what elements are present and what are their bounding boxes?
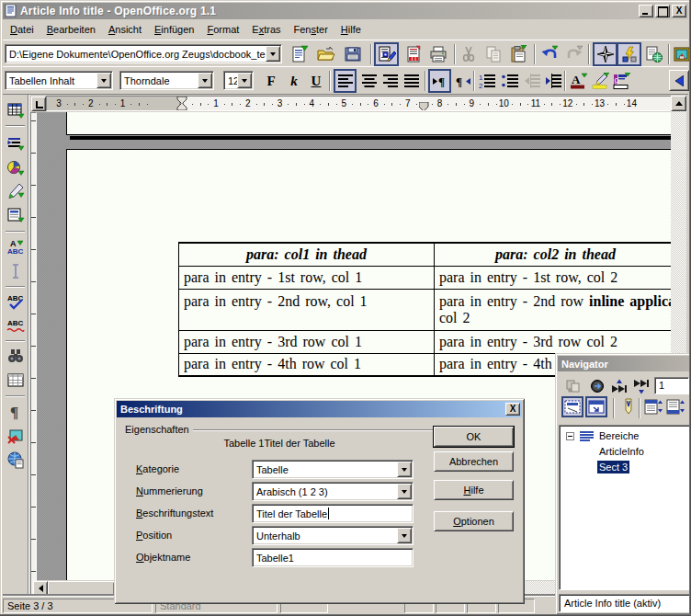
help-button[interactable]: Hilfe bbox=[434, 480, 514, 500]
rtl-paragraph-button[interactable]: ¶ bbox=[452, 70, 474, 92]
insert-button[interactable] bbox=[5, 99, 27, 121]
copy-button[interactable] bbox=[482, 43, 504, 65]
numbering-combobox[interactable]: Arabisch (1 2 3) bbox=[252, 482, 413, 501]
cut-button[interactable] bbox=[458, 43, 480, 65]
new-document-button[interactable] bbox=[289, 43, 311, 65]
horizontal-scroll-thumb[interactable] bbox=[48, 581, 115, 596]
form-functions-button[interactable] bbox=[5, 204, 27, 226]
category-dropdown-icon[interactable] bbox=[397, 462, 412, 477]
edit-autotext-button[interactable]: A ABC bbox=[5, 236, 27, 258]
close-button[interactable]: X bbox=[672, 5, 686, 17]
open-file-button[interactable] bbox=[315, 43, 337, 65]
font-name-dropdown-icon[interactable] bbox=[198, 73, 212, 88]
nonprinting-characters-button[interactable]: ¶ bbox=[5, 401, 27, 423]
header-button[interactable] bbox=[643, 396, 663, 416]
print-file-button[interactable] bbox=[427, 43, 449, 65]
navigator-title-bar[interactable]: Navigator bbox=[558, 356, 691, 371]
paragraph-style-combobox[interactable]: Tabellen Inhalt bbox=[5, 71, 113, 90]
table-header-col2[interactable]: para: col2 in thead bbox=[435, 243, 677, 266]
menu-format[interactable]: Format bbox=[200, 22, 245, 38]
menu-datei[interactable]: Datei bbox=[4, 22, 40, 38]
dialog-title-bar[interactable]: Beschriftung X bbox=[117, 401, 522, 417]
paragraph-background-button[interactable]: g bbox=[611, 70, 633, 92]
edit-file-button[interactable] bbox=[374, 42, 399, 66]
dialog-close-button[interactable]: X bbox=[505, 403, 520, 416]
align-right-button[interactable] bbox=[379, 70, 402, 92]
navigator-tree[interactable]: Bereiche ArticleInfo Sect 3 bbox=[559, 425, 691, 590]
cancel-button[interactable]: Abbrechen bbox=[434, 451, 514, 472]
menu-fenster[interactable]: Fenster bbox=[288, 22, 334, 38]
export-pdf-button[interactable] bbox=[402, 43, 425, 65]
bullets-button[interactable] bbox=[499, 70, 521, 92]
minimize-button[interactable] bbox=[639, 5, 653, 17]
table-cell[interactable]: para in entry - 1st row, col 1 bbox=[179, 266, 435, 289]
footer-button[interactable] bbox=[665, 396, 685, 416]
maximize-button[interactable] bbox=[655, 5, 670, 17]
decrease-indent-button[interactable] bbox=[521, 70, 543, 92]
online-layout-button[interactable] bbox=[5, 449, 27, 471]
indent-marker-hourglass[interactable] bbox=[176, 97, 187, 110]
ok-button[interactable]: OK bbox=[434, 427, 514, 447]
undo-button[interactable] bbox=[538, 43, 561, 65]
italic-button[interactable]: k bbox=[283, 70, 305, 92]
page-number-spinner[interactable]: 1 bbox=[654, 377, 689, 394]
find-replace-button[interactable] bbox=[5, 346, 27, 368]
increase-indent-button[interactable] bbox=[542, 70, 564, 92]
numbering-dropdown-icon[interactable] bbox=[397, 484, 412, 499]
menu-bearbeiten[interactable]: Bearbeiten bbox=[40, 22, 102, 38]
stylist-button[interactable] bbox=[617, 42, 641, 66]
paragraph-style-dropdown-icon[interactable] bbox=[96, 73, 111, 88]
gallery-button[interactable] bbox=[671, 43, 691, 65]
auto-spellcheck-button[interactable]: ABC bbox=[5, 314, 27, 337]
category-combobox[interactable]: Tabelle bbox=[252, 460, 413, 479]
vertical-ruler[interactable] bbox=[30, 112, 37, 596]
save-document-button[interactable] bbox=[342, 43, 364, 65]
graphics-toggle-button[interactable] bbox=[5, 425, 27, 447]
object-name-input[interactable]: Tabelle1 bbox=[252, 548, 413, 567]
menu-extras[interactable]: Extras bbox=[245, 22, 287, 38]
scroll-left-button[interactable] bbox=[33, 581, 48, 596]
right-indent-marker[interactable] bbox=[419, 102, 429, 111]
url-dropdown-icon[interactable] bbox=[266, 46, 280, 62]
navigator-button[interactable] bbox=[593, 42, 617, 66]
set-reminder-button[interactable] bbox=[618, 396, 639, 416]
justify-button[interactable] bbox=[401, 70, 423, 92]
table-cell[interactable]: para in entry - 3rd row col 2 bbox=[435, 330, 677, 353]
insert-fields-button[interactable] bbox=[5, 132, 27, 154]
tree-item-sect3[interactable]: Sect 3 bbox=[560, 461, 691, 476]
align-center-button[interactable] bbox=[358, 70, 380, 92]
previous-object-button[interactable] bbox=[609, 376, 629, 396]
menu-einfuegen[interactable]: Einfügen bbox=[148, 22, 200, 38]
table-cell[interactable]: para in entry - 4th row col 1 bbox=[179, 353, 435, 376]
redo-button[interactable] bbox=[563, 43, 585, 65]
toolbar-scroll-left-button[interactable] bbox=[669, 70, 689, 91]
navigation-button[interactable] bbox=[587, 376, 607, 396]
switch-content-view-button[interactable] bbox=[585, 396, 607, 417]
position-dropdown-icon[interactable] bbox=[397, 528, 412, 543]
hyperlink-internet-button[interactable] bbox=[643, 43, 665, 65]
highlighting-button[interactable] bbox=[590, 70, 612, 92]
navigator-documents-list[interactable]: Article Info title (aktiv) bbox=[559, 594, 691, 612]
drag-mode-button[interactable] bbox=[561, 396, 583, 417]
align-left-button[interactable] bbox=[334, 69, 357, 93]
tree-expander-minus[interactable] bbox=[566, 432, 574, 440]
table-header-col1[interactable]: para: col1 in thead bbox=[179, 243, 435, 266]
navigator-toggle-button[interactable] bbox=[563, 376, 583, 396]
table-cell[interactable]: para in entry - 3rd row col 1 bbox=[179, 330, 435, 353]
tree-item-bereiche[interactable]: Bereiche bbox=[560, 429, 691, 445]
options-button[interactable]: Optionen bbox=[434, 511, 514, 531]
scroll-up-button[interactable] bbox=[671, 96, 686, 111]
bold-button[interactable]: F bbox=[260, 70, 282, 92]
menu-ansicht[interactable]: Ansicht bbox=[102, 22, 148, 38]
font-size-dropdown-icon[interactable] bbox=[237, 73, 252, 88]
font-color-button[interactable]: A bbox=[568, 70, 590, 92]
font-size-combobox[interactable]: 12 bbox=[223, 71, 254, 90]
caption-text-input[interactable]: Titel der Tabelle bbox=[252, 504, 413, 523]
ltr-paragraph-button[interactable]: ¶ bbox=[428, 69, 451, 93]
underline-button[interactable]: U bbox=[305, 70, 327, 92]
next-object-button[interactable] bbox=[631, 376, 651, 396]
show-draw-functions-button[interactable] bbox=[5, 180, 27, 202]
horizontal-ruler[interactable]: 3211234567891011121314 bbox=[46, 96, 676, 111]
data-sources-button[interactable] bbox=[5, 370, 27, 392]
font-name-combobox[interactable]: Thorndale bbox=[119, 71, 214, 90]
